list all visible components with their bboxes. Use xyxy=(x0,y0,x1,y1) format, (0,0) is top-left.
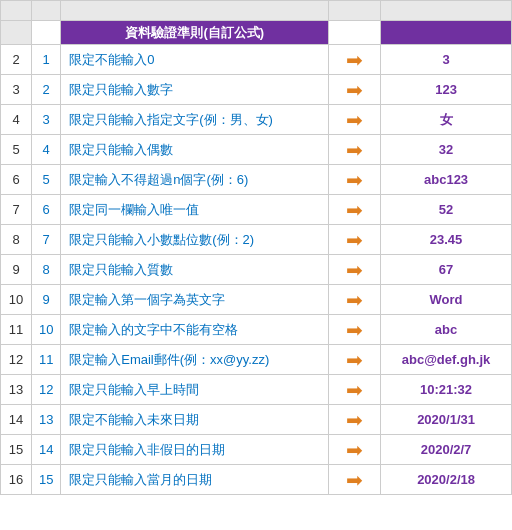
cell-5-c xyxy=(329,135,381,165)
cell-8-d: 23.45 xyxy=(381,225,512,255)
cell-10-d: Word xyxy=(381,285,512,315)
row-num-9: 9 xyxy=(1,255,32,285)
cell-1-b: 資料驗證準則(自訂公式) xyxy=(61,21,329,45)
cell-5-d: 32 xyxy=(381,135,512,165)
cell-16-a: 15 xyxy=(32,465,61,495)
arrow-icon xyxy=(343,200,367,218)
cell-7-b: 限定同一欄輸入唯一值 xyxy=(61,195,329,225)
cell-12-a: 11 xyxy=(32,345,61,375)
arrow-icon xyxy=(343,290,367,308)
cell-10-b: 限定輸入第一個字為英文字 xyxy=(61,285,329,315)
cell-13-c xyxy=(329,375,381,405)
cell-10-c xyxy=(329,285,381,315)
cell-8-c xyxy=(329,225,381,255)
cell-1-a xyxy=(32,21,61,45)
cell-11-b: 限定輸入的文字中不能有空格 xyxy=(61,315,329,345)
table-row: 76限定同一欄輸入唯一值52 xyxy=(1,195,512,225)
table-row: 21限定不能輸入03 xyxy=(1,45,512,75)
cell-3-d: 123 xyxy=(381,75,512,105)
cell-6-c xyxy=(329,165,381,195)
cell-15-b: 限定只能輸入非假日的日期 xyxy=(61,435,329,465)
cell-15-d: 2020/2/7 xyxy=(381,435,512,465)
row-num-11: 11 xyxy=(1,315,32,345)
row-num-8: 8 xyxy=(1,225,32,255)
cell-7-a: 6 xyxy=(32,195,61,225)
cell-4-d: 女 xyxy=(381,105,512,135)
table-row: 54限定只能輸入偶數32 xyxy=(1,135,512,165)
spreadsheet: 資料驗證準則(自訂公式) 21限定不能輸入0332限定只能輸入數字12343限定… xyxy=(0,0,512,495)
cell-14-b: 限定不能輸入未來日期 xyxy=(61,405,329,435)
arrow-icon xyxy=(343,380,367,398)
column-header-row xyxy=(1,1,512,21)
cell-15-c xyxy=(329,435,381,465)
arrow-icon xyxy=(343,110,367,128)
cell-3-a: 2 xyxy=(32,75,61,105)
cell-7-d: 52 xyxy=(381,195,512,225)
table-row: 1413限定不能輸入未來日期2020/1/31 xyxy=(1,405,512,435)
arrow-icon xyxy=(343,260,367,278)
row-num-3: 3 xyxy=(1,75,32,105)
arrow-icon xyxy=(343,140,367,158)
col-header-a xyxy=(32,1,61,21)
cell-1-d xyxy=(381,21,512,45)
row-num-4: 4 xyxy=(1,105,32,135)
cell-10-a: 9 xyxy=(32,285,61,315)
cell-5-b: 限定只能輸入偶數 xyxy=(61,135,329,165)
cell-13-b: 限定只能輸入早上時間 xyxy=(61,375,329,405)
cell-8-a: 7 xyxy=(32,225,61,255)
table-row: 43限定只能輸入指定文字(例：男、女)女 xyxy=(1,105,512,135)
cell-9-b: 限定只能輸入質數 xyxy=(61,255,329,285)
cell-14-c xyxy=(329,405,381,435)
cell-13-a: 12 xyxy=(32,375,61,405)
arrow-icon xyxy=(343,230,367,248)
table-row: 1211限定輸入Email郵件(例：xx@yy.zz)abc@def.gh.jk xyxy=(1,345,512,375)
arrow-icon xyxy=(343,50,367,68)
col-header-c xyxy=(329,1,381,21)
arrow-icon xyxy=(343,410,367,428)
cell-7-c xyxy=(329,195,381,225)
cell-2-a: 1 xyxy=(32,45,61,75)
cell-11-a: 10 xyxy=(32,315,61,345)
cell-11-c xyxy=(329,315,381,345)
cell-13-d: 10:21:32 xyxy=(381,375,512,405)
cell-1-c xyxy=(329,21,381,45)
cell-12-c xyxy=(329,345,381,375)
arrow-icon xyxy=(343,440,367,458)
cell-14-d: 2020/1/31 xyxy=(381,405,512,435)
arrow-icon xyxy=(343,320,367,338)
table-row: 65限定輸入不得超過n個字(例：6)abc123 xyxy=(1,165,512,195)
cell-12-d: abc@def.gh.jk xyxy=(381,345,512,375)
row-num-6: 6 xyxy=(1,165,32,195)
row-num-10: 10 xyxy=(1,285,32,315)
cell-3-b: 限定只能輸入數字 xyxy=(61,75,329,105)
cell-2-c xyxy=(329,45,381,75)
arrow-icon xyxy=(343,170,367,188)
table-row: 1312限定只能輸入早上時間10:21:32 xyxy=(1,375,512,405)
cell-12-b: 限定輸入Email郵件(例：xx@yy.zz) xyxy=(61,345,329,375)
table-row: 1110限定輸入的文字中不能有空格abc xyxy=(1,315,512,345)
row-num-16: 16 xyxy=(1,465,32,495)
cell-2-b: 限定不能輸入0 xyxy=(61,45,329,75)
cell-5-a: 4 xyxy=(32,135,61,165)
cell-16-c xyxy=(329,465,381,495)
table-row: 98限定只能輸入質數67 xyxy=(1,255,512,285)
cell-4-c xyxy=(329,105,381,135)
row-num-12: 12 xyxy=(1,345,32,375)
table-row: 87限定只能輸入小數點位數(例：2)23.45 xyxy=(1,225,512,255)
cell-11-d: abc xyxy=(381,315,512,345)
row-num-13: 13 xyxy=(1,375,32,405)
arrow-icon xyxy=(343,350,367,368)
cell-6-b: 限定輸入不得超過n個字(例：6) xyxy=(61,165,329,195)
table-row: 1615限定只能輸入當月的日期2020/2/18 xyxy=(1,465,512,495)
table-row: 32限定只能輸入數字123 xyxy=(1,75,512,105)
cell-16-b: 限定只能輸入當月的日期 xyxy=(61,465,329,495)
arrow-icon xyxy=(343,470,367,488)
row-num-7: 7 xyxy=(1,195,32,225)
cell-2-d: 3 xyxy=(381,45,512,75)
row-num-2: 2 xyxy=(1,45,32,75)
cell-9-c xyxy=(329,255,381,285)
cell-8-b: 限定只能輸入小數點位數(例：2) xyxy=(61,225,329,255)
cell-16-d: 2020/2/18 xyxy=(381,465,512,495)
cell-9-d: 67 xyxy=(381,255,512,285)
row-num-15: 15 xyxy=(1,435,32,465)
